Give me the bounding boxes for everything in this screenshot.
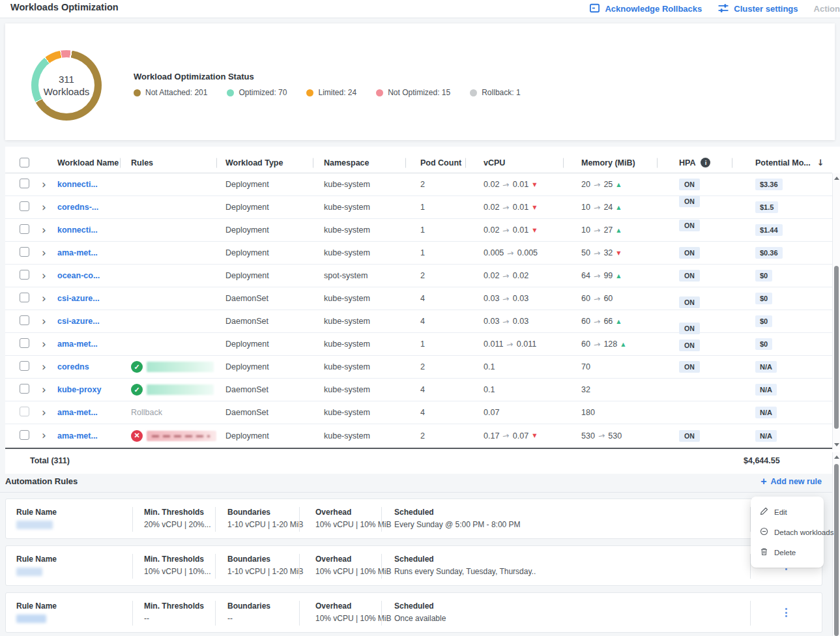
expand-chevron-icon[interactable]: › xyxy=(42,292,46,305)
cell-expand: › xyxy=(36,430,55,441)
expand-chevron-icon[interactable]: › xyxy=(42,201,46,214)
sort-desc-icon[interactable]: ↓ xyxy=(817,158,824,167)
row-checkbox[interactable] xyxy=(20,315,29,325)
menu-item-delete[interactable]: Delete xyxy=(751,542,824,562)
cell-namespace: kube-system xyxy=(313,340,405,349)
workload-name-link[interactable]: konnecti... xyxy=(57,225,98,235)
workload-name-link[interactable]: kube-proxy xyxy=(57,385,101,394)
cell-memory: 530→530 xyxy=(563,431,657,441)
rule-field-label: Boundaries xyxy=(227,601,270,611)
total-potential-value: $4,644.55 xyxy=(744,449,780,472)
rule-menu-kebab-icon[interactable] xyxy=(783,605,790,620)
scroll-up-icon[interactable] xyxy=(834,177,839,180)
rule-field-value: Once available xyxy=(394,614,446,623)
scrollbar-thumb[interactable] xyxy=(834,464,839,636)
select-all-checkbox[interactable] xyxy=(20,158,29,167)
workload-name-link[interactable]: csi-azure... xyxy=(57,294,100,303)
cell-namespace: kube-system xyxy=(313,294,405,303)
expand-chevron-icon[interactable]: › xyxy=(42,406,46,419)
expand-chevron-icon[interactable]: › xyxy=(42,224,46,237)
cell-memory: 20→25▲ xyxy=(563,180,657,190)
cell-rules: ✓ xyxy=(120,384,216,396)
potential-savings-badge: $0 xyxy=(755,338,772,350)
column-header[interactable]: Pod Count xyxy=(405,152,465,173)
expand-chevron-icon[interactable]: › xyxy=(42,360,46,373)
expand-chevron-icon[interactable]: › xyxy=(42,178,46,191)
row-checkbox[interactable] xyxy=(20,361,29,371)
column-header[interactable]: Namespace xyxy=(313,152,405,173)
row-checkbox[interactable] xyxy=(20,270,29,280)
metric-to: 0.03 xyxy=(513,294,529,303)
workload-name-link[interactable]: ocean-co... xyxy=(57,271,100,280)
trend-up-icon: ▲ xyxy=(616,205,620,210)
row-checkbox[interactable] xyxy=(20,338,29,348)
expand-chevron-icon[interactable]: › xyxy=(42,338,46,351)
rule-field: Min. Thresholds10% vCPU | 10%... xyxy=(144,555,211,576)
row-checkbox[interactable] xyxy=(20,247,29,257)
hpa-info-icon[interactable]: i xyxy=(701,158,710,167)
scroll-up-icon[interactable] xyxy=(834,455,839,459)
metric-from: 0.17 xyxy=(484,431,499,441)
cell-workload-type: Deployment xyxy=(216,203,313,212)
add-new-rule-button[interactable]: + Add new rule xyxy=(760,476,822,487)
cell-workload-name: konnecti... xyxy=(55,180,120,189)
topbar-action-cluster-settings[interactable]: Cluster settings xyxy=(717,3,798,16)
rule-field-label: Boundaries xyxy=(227,508,304,517)
column-header[interactable]: Workload Type xyxy=(216,152,313,173)
metric-to: 0.02 xyxy=(513,271,529,280)
field-divider xyxy=(215,601,216,626)
cell-memory: 10→27▲ xyxy=(563,225,657,235)
expand-chevron-icon[interactable]: › xyxy=(42,315,46,328)
workload-name-link[interactable]: ama-met... xyxy=(57,248,98,257)
row-checkbox[interactable] xyxy=(20,430,29,440)
workload-name-link[interactable]: csi-azure... xyxy=(57,317,100,326)
page-scrollbar[interactable] xyxy=(832,452,840,636)
cell-checkbox xyxy=(5,361,36,373)
row-checkbox[interactable] xyxy=(20,201,29,211)
column-header[interactable]: HPAi xyxy=(657,152,732,173)
cell-namespace: kube-system xyxy=(313,431,405,441)
column-header[interactable]: Potential Mo...↓ xyxy=(732,152,832,173)
cell-pod-count: 1 xyxy=(405,248,465,257)
field-divider xyxy=(132,554,133,579)
workload-name-link[interactable]: ama-met... xyxy=(57,431,98,441)
row-checkbox[interactable] xyxy=(20,224,29,234)
rule-field-value: 20% vCPU | 20%... xyxy=(144,520,211,529)
scroll-down-icon[interactable] xyxy=(834,443,839,446)
rule-field: Rule Name xyxy=(16,508,57,529)
column-header-label: vCPU xyxy=(484,158,505,167)
menu-item-edit[interactable]: Edit xyxy=(751,502,824,522)
expand-chevron-icon[interactable]: › xyxy=(42,429,46,442)
workload-name-link[interactable]: konnecti... xyxy=(57,180,98,189)
workload-name-link[interactable]: coredns xyxy=(57,362,89,371)
metric-from: 0.005 xyxy=(484,248,504,257)
expand-chevron-icon[interactable]: › xyxy=(42,246,46,259)
table-scrollbar[interactable] xyxy=(832,173,840,450)
rule-field-label: Min. Thresholds xyxy=(144,555,211,564)
row-checkbox[interactable] xyxy=(20,293,29,302)
cell-potential: $0 xyxy=(732,293,832,304)
row-checkbox[interactable] xyxy=(20,179,29,188)
row-checkbox[interactable] xyxy=(20,384,29,394)
automation-rules-header: Automation Rules + Add new rule xyxy=(5,474,840,492)
row-checkbox[interactable] xyxy=(20,407,29,416)
trash-icon xyxy=(760,547,768,557)
menu-item-detach-workloads[interactable]: Detach workloads xyxy=(751,522,824,542)
expand-chevron-icon[interactable]: › xyxy=(42,269,46,282)
column-header[interactable]: vCPU xyxy=(465,152,563,173)
workload-name-link[interactable]: coredns-... xyxy=(57,203,98,212)
workload-name-link[interactable]: ama-met... xyxy=(57,340,98,349)
table-row: ›coredns-...Deploymentkube-system10.02→0… xyxy=(5,196,832,219)
topbar-action-acknowledge-rollbacks[interactable]: Acknowledge Rollbacks xyxy=(589,3,702,16)
expand-chevron-icon[interactable]: › xyxy=(42,383,46,396)
column-header[interactable]: Memory (MiB) xyxy=(563,152,657,173)
column-header[interactable]: Workload Name xyxy=(55,152,120,173)
cell-hpa: ON xyxy=(657,224,732,236)
column-header[interactable]: Rules xyxy=(120,152,216,173)
cell-workload-name: ama-met... xyxy=(55,408,120,417)
scrollbar-thumb[interactable] xyxy=(834,266,839,429)
cell-hpa: ON xyxy=(657,201,732,213)
cell-pod-count: 4 xyxy=(405,317,465,326)
workload-name-link[interactable]: ama-met... xyxy=(57,408,98,417)
metric-from: 10 xyxy=(581,203,590,212)
